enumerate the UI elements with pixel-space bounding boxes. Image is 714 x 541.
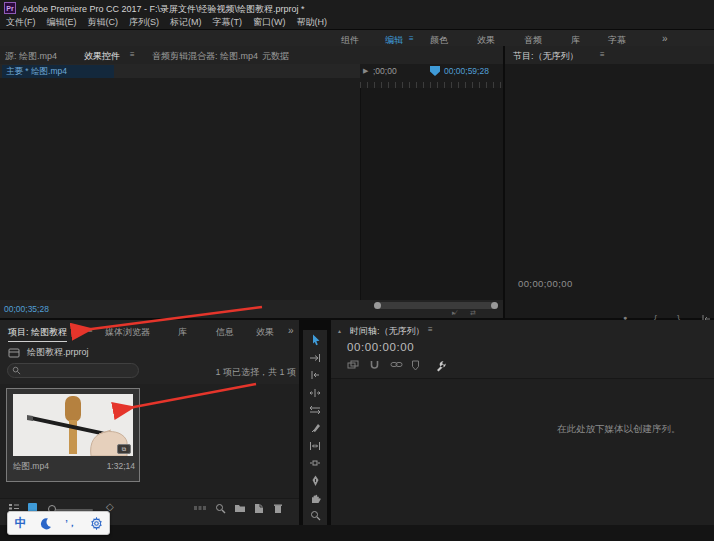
selection-status: 1 项已选择，共 1 项	[150, 366, 296, 379]
track-select-forward-tool[interactable]	[308, 352, 322, 364]
tab-metadata[interactable]: 元数据	[262, 50, 289, 63]
video-usage-badge-icon: ⧉	[117, 444, 131, 454]
new-item-icon[interactable]	[254, 503, 264, 514]
menu-bar: 文件(F) 编辑(E) 剪辑(C) 序列(S) 标记(M) 字幕(T) 窗口(W…	[0, 16, 714, 29]
timeline-settings-wrench-icon[interactable]	[435, 360, 447, 372]
thumbnail-image	[13, 394, 133, 456]
effect-controls-footer: 00;00;35;28 ▸∕ ⇄	[0, 300, 503, 318]
find-icon[interactable]	[215, 503, 226, 514]
project-items-grid: ⧉ 绘图.mp4 1:32;14	[0, 384, 299, 498]
play-indicator-icon[interactable]: ▸∕	[452, 309, 457, 317]
search-box[interactable]	[7, 363, 139, 378]
automate-to-sequence-icon[interactable]	[193, 503, 207, 513]
project-panel: 项目: 绘图教程 ≡ 媒体浏览器 库 信息 效果 » 绘图教程.prproj 1…	[0, 320, 299, 525]
selection-tool[interactable]	[308, 334, 322, 346]
workspace-menu-icon[interactable]: ≡	[409, 34, 414, 43]
list-item[interactable]: ⧉ 绘图.mp4 1:32;14	[6, 388, 140, 482]
rolling-edit-tool[interactable]	[308, 387, 322, 399]
tab-timeline[interactable]: 时间轴:（无序列）	[350, 325, 425, 338]
app-icon: Pr	[4, 2, 16, 14]
menu-edit[interactable]: 编辑(E)	[47, 16, 77, 29]
effect-controls-clip-label[interactable]: 主要 * 绘图.mp4	[2, 65, 114, 78]
menu-sequence[interactable]: 序列(S)	[129, 16, 159, 29]
ime-punctuation-icon[interactable]: ’，	[65, 517, 77, 530]
ime-settings-gear-icon[interactable]	[90, 517, 103, 530]
timeline-drop-message: 在此处放下媒体以创建序列。	[557, 423, 681, 436]
tab-project[interactable]: 项目: 绘图教程	[8, 326, 67, 342]
razor-tool[interactable]	[308, 422, 322, 434]
project-file-icon	[8, 348, 20, 358]
zoom-tool[interactable]	[308, 510, 322, 522]
pen-tool[interactable]	[308, 475, 322, 487]
effect-controls-list-area	[0, 78, 360, 300]
search-input[interactable]	[21, 365, 125, 377]
title-bar: Pr Adobe Premiere Pro CC 2017 - F:\录屏文件\…	[0, 0, 714, 16]
disclosure-triangle-icon[interactable]: ▶	[363, 67, 368, 75]
hand-tool[interactable]	[308, 492, 322, 504]
premiere-window: Pr Adobe Premiere Pro CC 2017 - F:\录屏文件\…	[0, 0, 714, 541]
menu-title[interactable]: 字幕(T)	[213, 16, 243, 29]
clip-duration: 1:32;14	[107, 461, 135, 473]
tools-panel	[301, 330, 329, 525]
ripple-edit-tool[interactable]	[308, 369, 322, 381]
project-tabs-overflow-icon[interactable]: »	[288, 325, 294, 336]
linked-selection-icon[interactable]	[390, 360, 403, 369]
program-timecode[interactable]: 00;00;00;00	[518, 278, 573, 289]
tab-audio-clip-mixer[interactable]: 音频剪辑混合器: 绘图.mp4	[152, 50, 258, 63]
timeline-timecode[interactable]: 00:00:00:00	[347, 341, 414, 353]
playhead-marker-icon[interactable]	[430, 66, 440, 76]
tab-libraries[interactable]: 库	[178, 326, 187, 339]
effect-controls-ruler[interactable]: ▶ ;00;00 00;00;59;28	[360, 64, 503, 88]
project-file-row[interactable]: 绘图教程.prproj	[8, 346, 89, 359]
menu-help[interactable]: 帮助(H)	[297, 16, 328, 29]
workspace-bar: 组件 编辑 ≡ 颜色 效果 音频 库 字幕 »	[0, 29, 714, 46]
effect-controls-panel: 源: 绘图.mp4 效果控件 ≡ 音频剪辑混合器: 绘图.mp4 元数据 主要 …	[0, 46, 503, 318]
current-time-display[interactable]: 00;00;35;28	[4, 304, 49, 314]
zoom-scrollbar-left-handle[interactable]	[374, 302, 381, 309]
tab-media-browser[interactable]: 媒体浏览器	[105, 326, 150, 339]
window-title: Adobe Premiere Pro CC 2017 - F:\录屏文件\经验视…	[22, 3, 305, 16]
timeline-panel: ▴ 时间轴:（无序列） ≡ 00:00:00:00 在此处放下媒体以创建序列。	[331, 320, 714, 525]
workspace-overflow-icon[interactable]: »	[662, 33, 668, 44]
menu-marker[interactable]: 标记(M)	[170, 16, 202, 29]
zoom-scrollbar-right-handle[interactable]	[491, 302, 498, 309]
timeline-caret-icon[interactable]: ▴	[338, 327, 341, 334]
snap-magnet-icon[interactable]	[369, 360, 380, 371]
timeline-panel-menu-icon[interactable]: ≡	[428, 325, 433, 334]
clip-thumbnail[interactable]: ⧉	[13, 394, 133, 456]
menu-file[interactable]: 文件(F)	[6, 16, 36, 29]
trash-icon[interactable]	[273, 503, 283, 514]
menu-window[interactable]: 窗口(W)	[253, 16, 286, 29]
ime-toolbar[interactable]: 中 ’，	[7, 511, 110, 535]
tab-source-monitor[interactable]: 源: 绘图.mp4	[5, 50, 57, 63]
search-icon	[12, 366, 21, 375]
timeline-track-area[interactable]: 在此处放下媒体以创建序列。	[331, 378, 714, 526]
new-bin-folder-icon[interactable]	[234, 503, 246, 513]
ime-fullwidth-moon-icon[interactable]	[39, 517, 52, 530]
ruler-start-label: ;00;00	[373, 66, 397, 76]
loop-icon[interactable]: ⇄	[470, 309, 476, 317]
add-marker-icon[interactable]	[411, 360, 420, 371]
tab-program-monitor[interactable]: 节目:（无序列）	[513, 50, 579, 63]
tab-info[interactable]: 信息	[216, 326, 234, 339]
effect-controls-timeline-area	[360, 88, 503, 300]
program-monitor-panel: 节目:（无序列） ≡ 00;00;00;00 ● { }	[505, 46, 714, 318]
project-panel-menu-icon[interactable]: ≡	[88, 326, 93, 335]
effect-controls-panel-menu-icon[interactable]: ≡	[130, 50, 135, 59]
zoom-scrollbar[interactable]	[374, 302, 498, 309]
tab-effects[interactable]: 效果	[256, 326, 274, 339]
menu-clip[interactable]: 剪辑(C)	[88, 16, 119, 29]
ruler-out-label: 00;00;59;28	[444, 66, 489, 76]
project-file-name: 绘图教程.prproj	[27, 346, 89, 359]
program-panel-menu-icon[interactable]: ≡	[600, 50, 605, 59]
slip-tool[interactable]	[308, 440, 322, 452]
ime-mode-indicator[interactable]: 中	[14, 515, 26, 532]
clip-name[interactable]: 绘图.mp4	[13, 461, 49, 473]
program-monitor-display: 00;00;00;00 ● { }	[505, 64, 714, 318]
nest-sequence-icon[interactable]	[347, 360, 359, 370]
slide-tool[interactable]	[308, 457, 322, 469]
timeline-toolbar	[347, 360, 487, 374]
rate-stretch-tool[interactable]	[308, 404, 322, 416]
